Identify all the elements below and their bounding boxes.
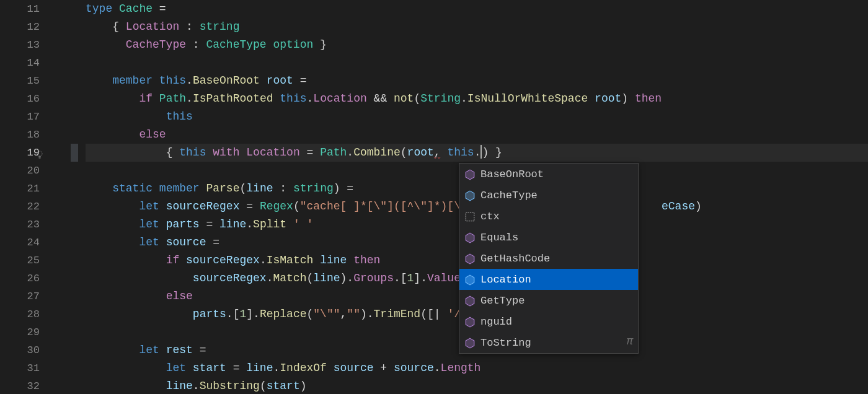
token-indent <box>86 344 139 356</box>
token-punc: ) <box>695 200 702 212</box>
completion-label: Equals <box>480 229 632 247</box>
completion-label: Location <box>480 271 632 289</box>
token-prop: Value <box>427 272 461 284</box>
method-icon <box>464 232 476 243</box>
token-punc: , <box>340 308 347 320</box>
token-indent <box>86 308 193 320</box>
code-line[interactable]: type Cache = <box>86 0 868 18</box>
code-line[interactable]: if Path.IsPathRooted this.Location && no… <box>86 90 868 108</box>
token-kw2: if <box>139 92 153 105</box>
completion-item[interactable]: GetType <box>459 290 638 311</box>
token-kw: let <box>166 362 186 374</box>
token-fn: BaseOnRoot <box>193 74 260 87</box>
token-punc: . <box>186 92 193 105</box>
code-line[interactable]: { this with Location = Path.Combine(root… <box>86 144 868 162</box>
token-kw: this <box>280 92 306 105</box>
token-punc <box>112 2 119 15</box>
line-number: 24 <box>0 234 56 252</box>
token-str: "\"" <box>313 308 340 320</box>
token-id: line <box>313 272 340 284</box>
completion-item[interactable]: nguid <box>459 311 638 332</box>
token-fn: IsMatch <box>267 254 314 266</box>
token-op: && <box>374 92 388 105</box>
svg-rect-1 <box>466 212 474 221</box>
line-number: 21 <box>0 180 56 198</box>
token-num: 1 <box>239 308 246 320</box>
token-fn: IndexOf <box>280 362 327 374</box>
lightbulb-icon[interactable] <box>35 148 45 158</box>
token-str: ' ' <box>293 218 313 230</box>
token-kw: this <box>159 74 186 87</box>
token-punc: : <box>273 182 293 195</box>
token-punc <box>313 254 320 266</box>
intellisense-popup[interactable]: BaseOnRootCacheTypectxEqualsGetHashCodeL… <box>459 163 639 354</box>
code-line[interactable]: member this.BaseOnRoot root = <box>86 72 868 90</box>
token-punc <box>239 146 246 159</box>
token-punc: = <box>206 236 219 248</box>
margin-mark <box>71 144 78 162</box>
token-kw: let <box>139 236 159 248</box>
token-punc: . <box>260 254 267 266</box>
line-number: 14 <box>0 54 56 72</box>
completion-item[interactable]: ToString <box>459 332 638 353</box>
token-prop: Groups <box>353 272 394 284</box>
line-number-gutter: 111213141516171819 202122232425262728293… <box>0 0 56 394</box>
token-fn: Parse <box>206 182 239 195</box>
line-number: 12 <box>0 18 56 36</box>
completion-item[interactable]: Equals <box>459 227 638 248</box>
completion-label: GetHashCode <box>480 250 632 268</box>
line-number: 11 <box>0 0 56 18</box>
token-kw2: else <box>139 128 166 141</box>
token-id: sourceRegex <box>193 272 267 284</box>
code-line[interactable]: this <box>86 108 868 126</box>
token-punc: . <box>246 218 253 230</box>
token-indent <box>86 110 166 123</box>
code-line[interactable]: let start = line.IndexOf source + source… <box>86 359 868 377</box>
line-number: 18 <box>0 126 56 144</box>
token-id: rest <box>166 344 193 356</box>
token-punc <box>159 236 166 248</box>
code-editor[interactable]: 111213141516171819 202122232425262728293… <box>0 0 868 394</box>
token-prop: Location <box>246 146 299 159</box>
token-punc <box>327 362 334 374</box>
token-id: start <box>267 380 300 392</box>
code-line[interactable]: else <box>86 126 868 144</box>
line-number: 28 <box>0 305 56 323</box>
code-line[interactable]: { Location : string <box>86 18 868 36</box>
token-punc: = <box>193 344 206 356</box>
token-indent <box>86 380 166 392</box>
line-number: 15 <box>0 72 56 90</box>
token-id: line <box>320 254 347 266</box>
token-punc: : <box>179 20 199 33</box>
completion-item[interactable]: BaseOnRoot <box>459 164 638 185</box>
token-punc <box>347 254 353 266</box>
completion-item[interactable]: Location <box>459 269 638 290</box>
token-type: option <box>273 38 313 51</box>
token-indent <box>86 182 112 195</box>
token-str: "" <box>347 308 360 320</box>
token-type: String <box>420 92 461 105</box>
token-fn: Split <box>253 218 286 230</box>
code-line[interactable]: line.Substring(start) <box>86 377 868 394</box>
token-id: source <box>166 236 206 248</box>
code-line[interactable] <box>86 54 868 72</box>
completion-item[interactable]: GetHashCode <box>459 248 638 269</box>
code-line[interactable]: CacheType : CacheType option } <box>86 36 868 54</box>
token-id: line <box>246 362 273 374</box>
token-fn: Replace <box>260 308 307 320</box>
line-number: 29 <box>0 323 56 341</box>
token-punc: = <box>239 200 259 212</box>
line-number: 17 <box>0 108 56 126</box>
completion-item[interactable]: CacheType <box>459 185 638 206</box>
token-squig: , <box>434 146 441 159</box>
token-punc: . <box>347 146 353 159</box>
token-type: string <box>200 20 240 33</box>
token-fn: Substring <box>200 380 260 392</box>
token-punc: ( <box>401 146 407 159</box>
completion-item[interactable]: ctx <box>459 206 638 227</box>
token-punc: ]. <box>246 308 260 320</box>
token-str: "cache[ ]*[\"]([^\"]*)[\ <box>300 200 461 212</box>
token-kw2: then <box>353 254 380 266</box>
token-punc: .[ <box>226 308 240 320</box>
token-kw: let <box>139 344 159 356</box>
